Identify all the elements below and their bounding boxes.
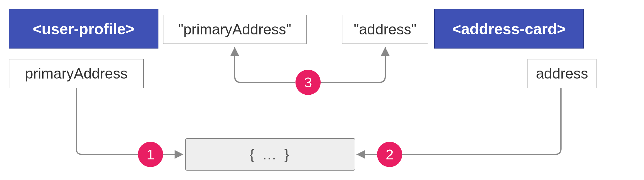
step-badge-3: 3 <box>295 70 321 95</box>
primary-address-quoted-box: "primaryAddress" <box>163 15 307 44</box>
step-badge-1: 1 <box>138 142 163 167</box>
user-profile-element-box: <user-profile> <box>9 9 158 49</box>
address-card-element-box: <address-card> <box>434 9 584 49</box>
diagram-stage: <user-profile> primaryAddress "primaryAd… <box>0 0 644 180</box>
address-quoted-box: "address" <box>342 15 428 44</box>
user-profile-property-box: primaryAddress <box>9 59 144 88</box>
shared-object-box: { … } <box>185 138 355 171</box>
address-card-property-box: address <box>528 59 596 88</box>
step-badge-2: 2 <box>377 142 402 167</box>
